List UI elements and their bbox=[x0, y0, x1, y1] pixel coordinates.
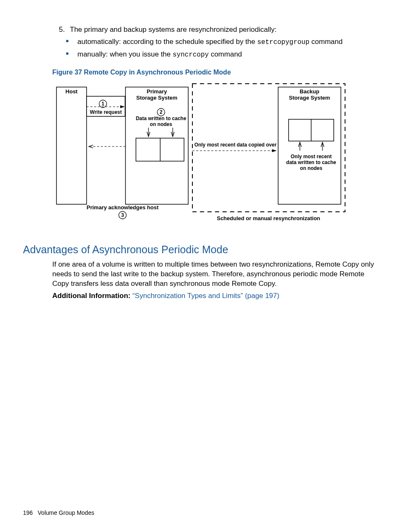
backup-label: Backup bbox=[300, 88, 320, 95]
page-number: 196 bbox=[23, 509, 33, 516]
sub-bullet-list: • automatically: according to the schedu… bbox=[66, 37, 376, 59]
page-footer: 196 Volume Group Modes bbox=[23, 509, 94, 517]
step-1: 1 bbox=[102, 101, 105, 107]
step-2: 2 bbox=[160, 109, 163, 115]
backup-storage-label: Storage System bbox=[289, 95, 330, 101]
figure-diagram: Host Primary Storage System 1 Write requ… bbox=[52, 80, 349, 232]
storage-system-label: Storage System bbox=[136, 95, 177, 101]
bullet-icon: • bbox=[66, 37, 77, 47]
bullet-text: manually: when you issue the syncrcopy c… bbox=[77, 50, 242, 60]
bullet-pre: automatically: according to the schedule… bbox=[77, 38, 257, 46]
sched-text: Scheduled or manual resynchronization bbox=[217, 215, 320, 221]
data-cache-2: on nodes bbox=[150, 121, 172, 127]
recent-2: data written to cache bbox=[286, 159, 336, 165]
document-page: 5. The primary and backup systems are re… bbox=[0, 0, 399, 532]
bullet-post: command bbox=[309, 38, 343, 46]
host-label: Host bbox=[66, 88, 78, 95]
svg-rect-0 bbox=[56, 87, 87, 204]
code-text: setrcopygroup bbox=[257, 39, 309, 46]
footer-section: Volume Group Modes bbox=[38, 509, 94, 516]
bullet-item: • automatically: according to the schedu… bbox=[66, 37, 376, 47]
section-body: If one area of a volume is written to mu… bbox=[52, 260, 376, 289]
bullet-item: • manually: when you issue the syncrcopy… bbox=[66, 50, 376, 60]
bullet-icon: • bbox=[66, 50, 77, 60]
bullet-pre: manually: when you issue the bbox=[77, 50, 173, 58]
ordered-list-item: 5. The primary and backup systems are re… bbox=[52, 25, 376, 35]
list-text: The primary and backup systems are resyn… bbox=[70, 25, 276, 35]
ack-text: Primary acknowledges host bbox=[87, 204, 159, 211]
svg-rect-10 bbox=[192, 84, 345, 212]
figure-caption: Figure 37 Remote Copy in Asynchronous Pe… bbox=[52, 68, 376, 77]
write-request-label: Write request bbox=[90, 109, 122, 115]
data-cache-1: Data written to cache bbox=[136, 116, 187, 121]
recent-3: on nodes bbox=[300, 165, 322, 171]
body-content: 5. The primary and backup systems are re… bbox=[52, 25, 376, 235]
sync-types-link[interactable]: “Synchronization Types and Limits” (page… bbox=[133, 292, 279, 300]
section-body-wrap: If one area of a volume is written to mu… bbox=[52, 260, 376, 301]
step-3: 3 bbox=[121, 212, 124, 218]
bullet-text: automatically: according to the schedule… bbox=[77, 37, 343, 47]
section-heading: Advantages of Asynchronous Periodic Mode bbox=[23, 243, 376, 257]
list-number: 5. bbox=[52, 25, 70, 35]
code-text: syncrcopy bbox=[173, 51, 209, 59]
svg-rect-11 bbox=[278, 87, 341, 204]
bullet-post: command bbox=[209, 50, 242, 58]
copied-text: Only most recent data copied over bbox=[194, 142, 277, 148]
addl-label: Additional Information: bbox=[52, 292, 133, 300]
recent-1: Only most recent bbox=[291, 154, 332, 159]
additional-info: Additional Information: “Synchronization… bbox=[52, 291, 376, 301]
primary-label: Primary bbox=[147, 88, 167, 95]
